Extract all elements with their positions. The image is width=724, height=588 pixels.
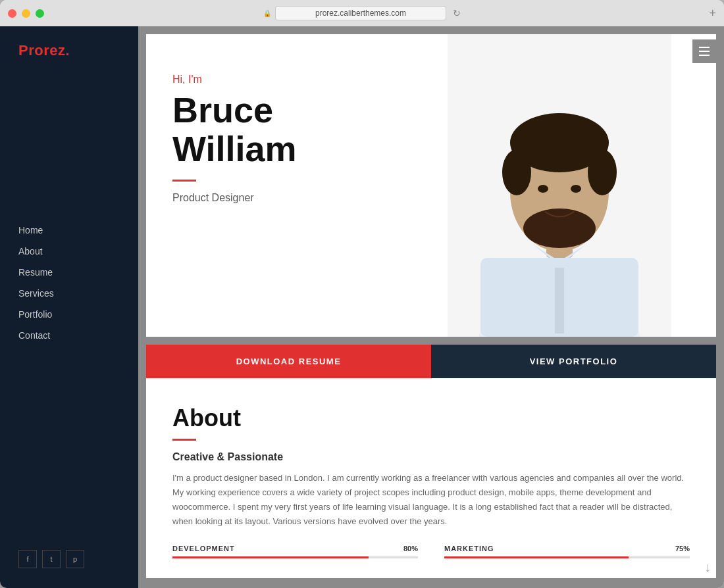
logo: Prorez.: [0, 26, 138, 75]
skill-marketing: MARKETING 75%: [444, 545, 690, 558]
hero-section: Hi, I'm Bruce William Product Designer: [146, 34, 716, 337]
pinterest-button[interactable]: p: [66, 550, 84, 568]
minimize-button[interactable]: [22, 9, 30, 18]
twitter-button[interactable]: t: [42, 550, 61, 568]
close-button[interactable]: [8, 9, 16, 18]
skill-development: DEVELOPMENT 80%: [172, 545, 418, 558]
download-resume-button[interactable]: DOWNLOAD RESUME: [146, 345, 431, 378]
svg-point-7: [523, 208, 596, 248]
facebook-icon: f: [26, 555, 28, 563]
skill-development-pct: 80%: [403, 545, 418, 552]
refresh-button[interactable]: ↻: [453, 8, 461, 18]
about-section: About Creative & Passionate I'm a produc…: [146, 378, 716, 578]
menu-button[interactable]: [692, 39, 716, 63]
facebook-button[interactable]: f: [18, 550, 37, 568]
skill-marketing-bar-bg: [444, 556, 690, 558]
browser-window: 🔒 prorez.caliberthemes.com ↻ + Prorez. H…: [0, 0, 724, 588]
svg-point-6: [588, 149, 617, 195]
skill-marketing-pct: 75%: [675, 545, 690, 552]
hamburger-icon: [699, 47, 710, 56]
new-tab-button[interactable]: +: [709, 7, 716, 19]
svg-point-9: [571, 185, 581, 193]
sidebar-item-about[interactable]: About: [18, 241, 120, 262]
sidebar-item-portfolio[interactable]: Portfolio: [18, 304, 120, 325]
cta-buttons: DOWNLOAD RESUME VIEW PORTFOLIO: [146, 345, 716, 378]
skill-marketing-label: MARKETING: [444, 545, 494, 552]
twitter-icon: t: [50, 555, 52, 563]
skill-development-bar-bg: [172, 556, 418, 558]
hero-greeting: Hi, I'm: [172, 74, 433, 86]
titlebar: 🔒 prorez.caliberthemes.com ↻ +: [0, 0, 724, 26]
scroll-down-arrow[interactable]: ↓: [704, 560, 711, 575]
logo-dot: .: [65, 42, 70, 59]
svg-point-8: [538, 185, 548, 193]
skill-marketing-bar-fill: [444, 556, 629, 558]
person-illustration: [448, 34, 671, 337]
url-input[interactable]: prorez.caliberthemes.com: [275, 6, 446, 20]
svg-rect-11: [555, 268, 564, 333]
about-divider: [172, 439, 196, 441]
browser-content: Prorez. Home About Resume Services Portf…: [0, 26, 724, 588]
about-subtitle: Creative & Passionate: [172, 451, 690, 463]
pinterest-icon: p: [73, 555, 77, 563]
about-body: I'm a product designer based in London. …: [172, 471, 690, 529]
skills-row: DEVELOPMENT 80% MARKETING 75%: [172, 545, 690, 558]
sidebar-item-services[interactable]: Services: [18, 283, 120, 304]
skill-development-label: DEVELOPMENT: [172, 545, 235, 552]
hero-divider: [172, 180, 196, 182]
address-bar: 🔒 prorez.caliberthemes.com ↻: [263, 6, 461, 20]
sidebar: Prorez. Home About Resume Services Portf…: [0, 26, 138, 588]
social-links: f t p: [18, 550, 84, 568]
lock-icon: 🔒: [263, 10, 271, 17]
skill-development-bar-fill: [172, 556, 369, 558]
about-title: About: [172, 404, 690, 432]
traffic-lights: [8, 9, 44, 18]
hero-image: [403, 34, 716, 337]
sidebar-item-resume[interactable]: Resume: [18, 262, 120, 283]
svg-point-5: [502, 149, 531, 195]
sidebar-nav: Home About Resume Services Portfolio Con…: [0, 220, 138, 346]
view-portfolio-button[interactable]: VIEW PORTFOLIO: [431, 345, 716, 378]
sidebar-item-home[interactable]: Home: [18, 220, 120, 241]
sidebar-item-contact[interactable]: Contact: [18, 325, 120, 346]
main-content: Hi, I'm Bruce William Product Designer: [138, 26, 724, 588]
hero-name: Bruce William: [172, 91, 433, 169]
maximize-button[interactable]: [36, 9, 44, 18]
hero-job-title: Product Designer: [172, 192, 433, 204]
